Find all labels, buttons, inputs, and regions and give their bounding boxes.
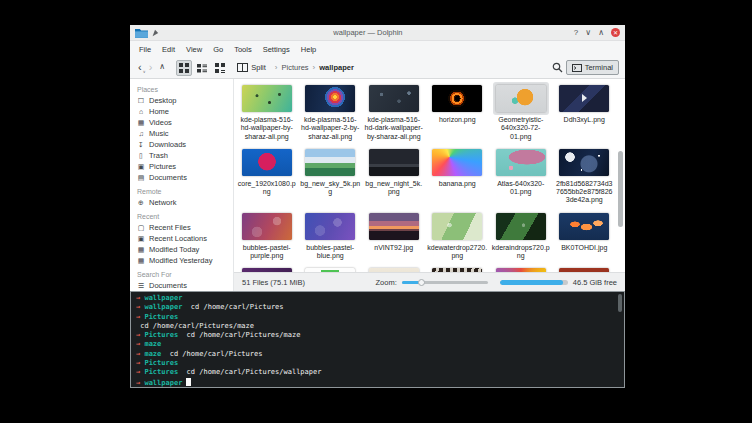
file-name: bg_new_night_5k.png	[364, 180, 424, 197]
menu-go[interactable]: Go	[213, 45, 223, 54]
file-item[interactable]: horizon.png	[426, 80, 490, 144]
pictures-icon: ▣	[137, 163, 145, 170]
file-item[interactable]: bubbles-pastel-blue.png	[299, 208, 363, 264]
icons-view-button[interactable]	[176, 60, 192, 76]
sidebar-item-modified-yesterday[interactable]: ▦Modified Yesterday	[137, 255, 233, 266]
sidebar-item-downloads[interactable]: ↧Downloads	[137, 139, 233, 150]
file-thumbnail	[559, 85, 609, 112]
file-item[interactable]: kdewaterdrop2720.png	[426, 208, 490, 264]
file-item[interactable]: kde-plasma-516-hd-dark-wallpaper-by-shar…	[362, 80, 426, 144]
sidebar-item-desktop[interactable]: ☐Desktop	[137, 95, 233, 106]
split-label: Split	[251, 63, 266, 72]
file-thumbnail	[369, 85, 419, 112]
breadcrumb-pictures[interactable]: Pictures	[281, 63, 308, 72]
file-name: nVINT92.jpg	[374, 244, 413, 252]
breadcrumb-chevron-icon: ›	[313, 63, 316, 72]
prompt-dir: wallpaper	[144, 378, 182, 386]
sidebar-item-recent-locations[interactable]: ▣Recent Locations	[137, 233, 233, 244]
sidebar-item-home[interactable]: ⌂Home	[137, 106, 233, 117]
breadcrumb-wallpaper[interactable]: wallpaper	[319, 63, 354, 72]
forward-button[interactable]: ›	[147, 62, 155, 73]
file-item[interactable]	[362, 263, 426, 272]
menu-file[interactable]: File	[139, 45, 151, 54]
search-icon[interactable]	[552, 62, 563, 73]
file-item[interactable]: Ddh3xyL.png	[553, 80, 617, 144]
file-name: Ddh3xyL.png	[564, 116, 605, 124]
back-dropdown-caret[interactable]: ∨	[143, 70, 146, 74]
scrollbar-thumb[interactable]	[618, 151, 623, 227]
pin-icon[interactable]	[151, 29, 159, 37]
file-view[interactable]: kde-plasma-516-hd-wallpaper-by-sharaz-al…	[234, 79, 625, 272]
file-item[interactable]	[553, 263, 617, 272]
close-button[interactable]: ✕	[611, 28, 620, 37]
terminal-panel[interactable]: → wallpaper → wallpaper cd /home/carl/Pi…	[130, 291, 625, 388]
file-item[interactable]: bubbles-pastel-purple.png	[235, 208, 299, 264]
menu-view[interactable]: View	[186, 45, 202, 54]
file-item[interactable]	[235, 263, 299, 272]
file-item[interactable]	[299, 263, 363, 272]
sidebar-item-recent-files[interactable]: ▢Recent Files	[137, 222, 233, 233]
menu-help[interactable]: Help	[301, 45, 316, 54]
zoom-slider[interactable]	[402, 278, 488, 287]
places-header: Places	[137, 86, 233, 93]
sidebar-item-modified-today[interactable]: ▦Modified Today	[137, 244, 233, 255]
terminal-toggle-button[interactable]: Terminal	[566, 60, 619, 75]
file-item[interactable]: banana.png	[426, 144, 490, 208]
split-icon	[237, 63, 248, 72]
command-text: cd /home/carl/Pictures	[182, 303, 283, 311]
up-button[interactable]: ∧	[157, 62, 167, 73]
file-item[interactable]	[489, 263, 553, 272]
file-thumbnail	[496, 213, 546, 240]
terminal-scrollbar-thumb[interactable]	[618, 294, 622, 312]
file-item[interactable]: bg_new_night_5k.png	[362, 144, 426, 208]
file-item[interactable]: kde-plasma-516-hd-wallpaper-2-by-sharaz-…	[299, 80, 363, 144]
file-item[interactable]: 2fb81d5682734d37655bb2e875f8263de42a.png	[553, 144, 617, 208]
terminal-line: → Pictures	[136, 313, 619, 322]
sidebar-item-trash[interactable]: ▯Trash	[137, 150, 233, 161]
file-count-label: 51 Files (75.1 MiB)	[242, 278, 305, 287]
file-item[interactable]	[426, 263, 490, 272]
file-item[interactable]: core_1920x1080.png	[235, 144, 299, 208]
terminal-line: → maze	[136, 340, 619, 349]
minimize-button[interactable]: ∨	[585, 29, 591, 37]
sidebar-item-documents[interactable]: ▤Documents	[137, 172, 233, 183]
vertical-scrollbar[interactable]	[618, 81, 623, 270]
file-thumbnail	[496, 85, 546, 112]
file-name: bg_new_sky_5k.png	[300, 180, 360, 197]
file-item[interactable]: Atlas-640x320-01.png	[489, 144, 553, 208]
sidebar-item-search-documents[interactable]: ☰Documents	[137, 280, 233, 291]
tree-view-button[interactable]	[212, 60, 228, 76]
maximize-button[interactable]: ∧	[598, 29, 604, 37]
file-item[interactable]: kde-plasma-516-hd-wallpaper-by-sharaz-al…	[235, 80, 299, 144]
back-button[interactable]: ‹∨	[136, 62, 144, 73]
command-text: cd /home/carl/Pictures/maze	[178, 331, 300, 339]
sidebar-item-videos[interactable]: ▦Videos	[137, 117, 233, 128]
menu-tools[interactable]: Tools	[234, 45, 252, 54]
sidebar-item-pictures[interactable]: ▣Pictures	[137, 161, 233, 172]
help-button[interactable]: ?	[574, 29, 578, 37]
menu-settings[interactable]: Settings	[263, 45, 290, 54]
sidebar-item-network[interactable]: ⊕Network	[137, 197, 233, 208]
command-text: cd /home/carl/Pictures/maze	[136, 322, 254, 330]
file-thumbnail	[496, 149, 546, 176]
menu-edit[interactable]: Edit	[162, 45, 175, 54]
downloads-icon: ↧	[137, 141, 145, 148]
details-view-button[interactable]	[194, 60, 210, 76]
split-button[interactable]: Split	[237, 63, 266, 72]
file-thumbnail	[305, 85, 355, 112]
file-thumbnail	[242, 149, 292, 176]
file-item[interactable]: nVINT92.jpg	[362, 208, 426, 264]
remote-header: Remote	[137, 188, 233, 195]
file-item[interactable]: bg_new_sky_5k.png	[299, 144, 363, 208]
file-thumbnail	[432, 213, 482, 240]
file-item[interactable]: kderaindrops720.png	[489, 208, 553, 264]
file-item[interactable]: BK0TOHDI.jpg	[553, 208, 617, 264]
videos-icon: ▦	[137, 119, 145, 126]
file-item-selected[interactable]: Geometryistic-640x320-72-01.png	[489, 80, 553, 144]
file-thumbnail	[242, 85, 292, 112]
zoom-slider-handle[interactable]	[418, 279, 425, 286]
file-name: horizon.png	[439, 116, 476, 124]
titlebar[interactable]: wallpaper — Dolphin ? ∨ ∧ ✕	[130, 25, 625, 41]
sidebar-item-music[interactable]: ♫Music	[137, 128, 233, 139]
icons-view-icon	[179, 63, 189, 73]
